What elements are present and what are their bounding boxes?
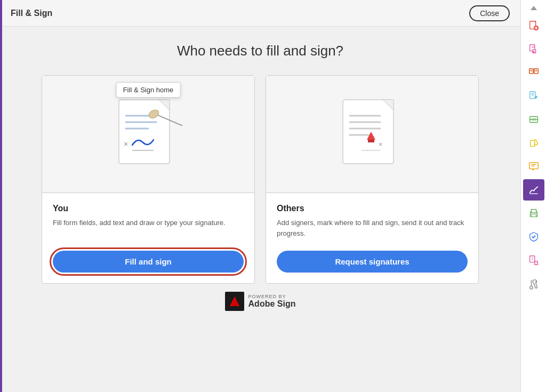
adobe-logo-svg <box>229 295 240 307</box>
sidebar-item-edit-pdf[interactable] <box>523 85 544 107</box>
fill-sign-tooltip: Fill & Sign home <box>116 82 181 98</box>
request-signatures-button[interactable]: Request signatures <box>277 251 468 273</box>
svg-rect-42 <box>530 140 534 146</box>
close-button[interactable]: Close <box>469 5 510 21</box>
others-card-image: × <box>266 76 478 193</box>
organize-icon <box>528 67 540 78</box>
sidebar-item-export-pdf[interactable] <box>523 38 544 60</box>
you-card-image: Fill & Sign home × <box>42 76 254 193</box>
svg-text:×: × <box>124 140 128 148</box>
edit-pdf-icon <box>528 90 540 102</box>
scan-icon <box>528 114 540 125</box>
svg-rect-50 <box>531 214 536 217</box>
others-card-body: Others Add signers, mark where to fill a… <box>266 193 478 283</box>
content-area: Who needs to fill and sign? Fill & Sign … <box>0 27 520 392</box>
footer: POWERED BY Adobe Sign <box>225 284 296 316</box>
comment-icon <box>528 161 540 172</box>
sidebar-item-comment[interactable] <box>523 156 544 177</box>
svg-rect-9 <box>343 100 394 164</box>
others-illustration: × <box>330 89 415 180</box>
document-cloud-icon <box>528 137 540 149</box>
compress-icon <box>528 254 540 266</box>
svg-rect-51 <box>529 256 534 262</box>
header: Fill & Sign Close <box>0 0 520 27</box>
adobe-sign-label: Adobe Sign <box>248 299 296 309</box>
fill-and-sign-button[interactable]: Fill and sign <box>53 251 244 273</box>
powered-by-label: POWERED BY <box>248 294 286 299</box>
sidebar-item-organize[interactable] <box>523 62 544 83</box>
protect-icon <box>528 231 540 243</box>
svg-rect-0 <box>119 100 170 164</box>
adobe-logo-icon <box>225 292 244 311</box>
sidebar-item-compress[interactable] <box>523 250 544 271</box>
panel-title: Fill & Sign <box>11 9 52 18</box>
sidebar-item-add-pdf[interactable] <box>523 15 544 36</box>
main-panel: Fill & Sign Close Who needs to fill and … <box>0 0 520 392</box>
sidebar-item-scan[interactable] <box>523 109 544 130</box>
add-pdf-icon <box>528 20 540 31</box>
sidebar-item-fill-sign[interactable] <box>523 179 544 201</box>
scroll-up-indicator <box>530 4 537 12</box>
sidebar-item-print[interactable] <box>523 203 544 224</box>
sidebar-item-document-cloud[interactable] <box>523 132 544 154</box>
others-card: × Others Add signers, mark where to fill… <box>266 75 479 284</box>
adobe-sign-logo: POWERED BY Adobe Sign <box>225 292 296 311</box>
svg-text:×: × <box>379 141 382 148</box>
tools-icon <box>528 278 540 290</box>
print-icon <box>528 207 540 219</box>
export-pdf-icon <box>528 43 540 55</box>
you-card-body: You Fill form fields, add text and draw … <box>42 193 254 283</box>
svg-rect-16 <box>368 140 374 142</box>
sidebar-item-tools[interactable] <box>523 273 544 294</box>
you-illustration: × <box>106 89 191 180</box>
svg-point-55 <box>535 281 537 283</box>
page-heading: Who needs to fill and sign? <box>177 43 343 59</box>
svg-point-56 <box>529 286 533 290</box>
left-border-accent <box>0 0 2 392</box>
sidebar-item-protect[interactable] <box>523 226 544 247</box>
cards-container: Fill & Sign home × <box>42 75 479 284</box>
right-sidebar <box>520 0 546 392</box>
you-card: Fill & Sign home × <box>42 75 255 284</box>
others-card-desc: Add signers, mark where to fill and sign… <box>277 218 468 240</box>
you-card-title: You <box>53 204 244 213</box>
you-card-desc: Fill form fields, add text and draw or t… <box>53 218 244 240</box>
svg-rect-49 <box>531 210 536 213</box>
fill-sign-sidebar-icon <box>528 184 540 196</box>
others-card-title: Others <box>277 204 468 213</box>
adobe-logo-text: POWERED BY Adobe Sign <box>248 294 296 309</box>
svg-marker-21 <box>531 6 537 10</box>
